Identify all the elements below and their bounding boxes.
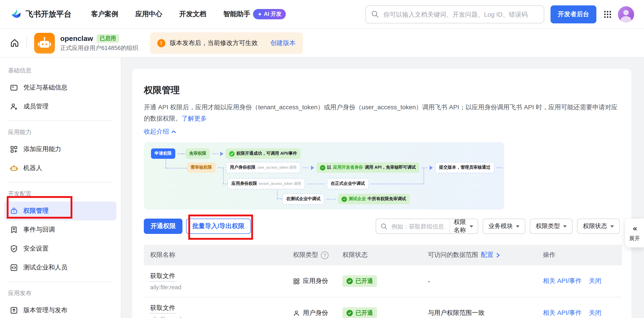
user-identity-icon	[293, 310, 300, 317]
top-navbar: 飞书开放平台 客户案例 应用中心 开发文档 智能助手 ✦AI 开发 开发者后台	[0, 0, 644, 29]
app-name: openclaw	[60, 34, 93, 43]
success-node-1: 权限开通成功，可调用 API/事件	[226, 149, 301, 159]
col-data-scope-label: 可访问的数据范围	[428, 251, 478, 259]
sidebar-item-version-release[interactable]: 版本管理与发布	[4, 301, 116, 318]
grid-plus-icon	[10, 145, 18, 153]
filter-business-module-label: 业务模块	[488, 222, 513, 230]
toolbar: 开通权限 批量导入/导出权限 权限名称 业务模块 权限类型 权限状态	[144, 219, 620, 234]
main-content: 权限管理 开通 API 权限后，应用才能以应用身份（tenant_access_…	[121, 58, 644, 318]
upload-box-icon	[10, 306, 18, 314]
cell-permission-status: 已开通	[342, 307, 427, 318]
sidebar-item-label: 安全设置	[23, 245, 48, 253]
question-circle-icon[interactable]: ?	[321, 251, 328, 259]
chevron-up-icon	[171, 130, 176, 134]
status-label: 已开通	[356, 309, 373, 317]
test-suffix: 中所有权限免审调试	[368, 196, 406, 202]
check-circle-icon	[346, 278, 353, 284]
app-org: 正式应用@用户614856的组织	[60, 45, 138, 52]
user-perm-sub: user_access_token 调用	[257, 165, 296, 170]
alert-text: 版本发布后，当前修改方可生效	[170, 39, 258, 47]
sidebar-section-release: 应用发布	[4, 286, 116, 301]
sidebar-item-test-company[interactable]: 测试企业和人员	[4, 258, 116, 277]
global-search[interactable]	[365, 5, 544, 23]
filter-business-module[interactable]: 业务模块	[483, 219, 525, 234]
sidebar-item-label: 添加应用能力	[23, 145, 61, 153]
nav-item-appcenter[interactable]: 应用中心	[135, 10, 162, 19]
dev-call-green: 应用开发者身份	[333, 165, 363, 171]
permission-table: 权限名称 权限类型? 权限状态 可访问的数据范围配置 操作 获取文件 aily:…	[144, 245, 622, 318]
test-company-node: ‹›测试企业中所有权限免审调试	[338, 194, 410, 204]
diagram-row-3: 应用身份权限tenant_access_token 调用 在正式企业中调试	[228, 178, 369, 190]
bookmark-plus-icon	[10, 226, 18, 234]
filter-permission-status[interactable]: 权限状态	[577, 219, 620, 234]
diagram-row-4: 在测试企业中调试 ‹›测试企业中所有权限免审调试	[282, 194, 410, 205]
brand-title: 飞书开放平台	[26, 9, 72, 19]
dev-call-node: ‹›以应用开发者身份调用 API，免审核即可调试	[316, 163, 419, 173]
batch-import-export-button[interactable]: 批量导入/导出权限	[186, 219, 251, 234]
filter-permission-name[interactable]: 权限名称	[453, 218, 473, 235]
chevron-right-icon	[496, 253, 500, 258]
permission-code: aily:file:read	[150, 316, 292, 318]
learn-more-link[interactable]: 了解更多	[182, 115, 207, 122]
diagram-row-1: 申请权限 免审权限 权限开通成功，可调用 API/事件	[151, 149, 301, 159]
chevron-down-icon	[470, 226, 473, 228]
sidebar-item-security[interactable]: 安全设置	[4, 239, 116, 258]
sidebar-item-credentials[interactable]: 凭证与基础信息	[4, 78, 116, 97]
permission-search-input[interactable]	[390, 223, 446, 230]
ai-dev-badge-label: AI 开发	[264, 10, 282, 18]
permission-flow-diagram: 申请权限 免审权限 权限开通成功，可调用 API/事件 需审核权限 用户身份权限…	[144, 142, 504, 210]
nav-item-cases[interactable]: 客户案例	[91, 10, 118, 19]
related-api-link[interactable]: 相关 API/事件	[543, 309, 582, 317]
dev-call-suffix: 调用 API，免审核即可调试	[365, 165, 416, 171]
sidebar-item-members[interactable]: 成员管理	[4, 97, 116, 116]
chevron-down-icon	[610, 226, 614, 228]
connector	[371, 184, 423, 185]
submit-version-node: 提交版本，管理员审核通过	[435, 162, 494, 173]
col-permission-type-label: 权限类型	[293, 251, 318, 259]
app-meta: openclaw 已启用 正式应用@用户614856的组织	[60, 34, 138, 52]
sidebar-section-basic: 基础信息	[4, 64, 116, 78]
permission-type-label: 用户身份	[303, 309, 328, 317]
warning-icon: !	[157, 39, 165, 47]
sidebar-item-events[interactable]: 事件与回调	[4, 220, 116, 239]
app-grid-icon[interactable]	[604, 10, 612, 18]
close-permission-link[interactable]: 关闭	[589, 309, 602, 317]
home-icon[interactable]	[10, 38, 19, 48]
col-permission-status: 权限状态	[342, 251, 427, 259]
sidebar-item-permissions[interactable]: 权限管理	[4, 201, 116, 220]
sidebar-item-add-capability[interactable]: 添加应用能力	[4, 140, 116, 159]
ai-dev-badge[interactable]: ✦AI 开发	[253, 9, 286, 19]
related-api-link[interactable]: 相关 API/事件	[543, 277, 582, 285]
collapse-intro-link[interactable]: 收起介绍	[144, 128, 176, 136]
col-permission-type: 权限类型?	[292, 251, 342, 259]
nav-item-assistant[interactable]: 智能助手 ✦AI 开发	[223, 9, 286, 19]
global-search-input[interactable]	[382, 10, 538, 18]
user-avatar[interactable]	[618, 6, 634, 22]
open-permission-button[interactable]: 开通权限	[144, 219, 182, 234]
developer-console-button[interactable]: 开发者后台	[550, 5, 596, 23]
need-review-node: 需审核权限	[187, 163, 216, 173]
debug-test-node: 在测试企业中调试	[282, 194, 324, 205]
sidebar-section-devconfig: 开发配置	[4, 187, 116, 201]
permission-search[interactable]: 权限名称	[376, 219, 478, 234]
filter-permission-type[interactable]: 权限类型	[530, 219, 572, 234]
sidebar-item-bot[interactable]: 机器人	[4, 159, 116, 178]
double-chevron-left-icon: «	[633, 224, 636, 233]
code-circle-icon: ‹›	[342, 197, 347, 202]
divider	[8, 121, 113, 121]
permission-type-label: 应用身份	[303, 277, 328, 285]
brand[interactable]: 飞书开放平台	[10, 8, 72, 20]
table-row: 获取文件 aily:file:read 用户身份 已开通 与用户权限范围一致 相…	[144, 297, 622, 318]
scope-config-link[interactable]: 配置	[481, 251, 494, 259]
feishu-logo-icon	[10, 8, 22, 20]
search-icon	[381, 223, 388, 230]
close-permission-link[interactable]: 关闭	[589, 277, 602, 285]
create-version-link[interactable]: 创建版本	[270, 39, 296, 47]
cell-permission-name: 获取文件 aily:file:read	[144, 272, 292, 290]
cell-data-scope: -	[427, 278, 542, 285]
expand-panel-button[interactable]: « 展开	[625, 219, 644, 247]
filter-permission-status-label: 权限状态	[583, 222, 607, 230]
tenant-perm-sub: tenant_access_token 调用	[259, 181, 301, 186]
app-identity-icon	[293, 278, 300, 285]
nav-item-docs[interactable]: 开发文档	[179, 10, 206, 19]
